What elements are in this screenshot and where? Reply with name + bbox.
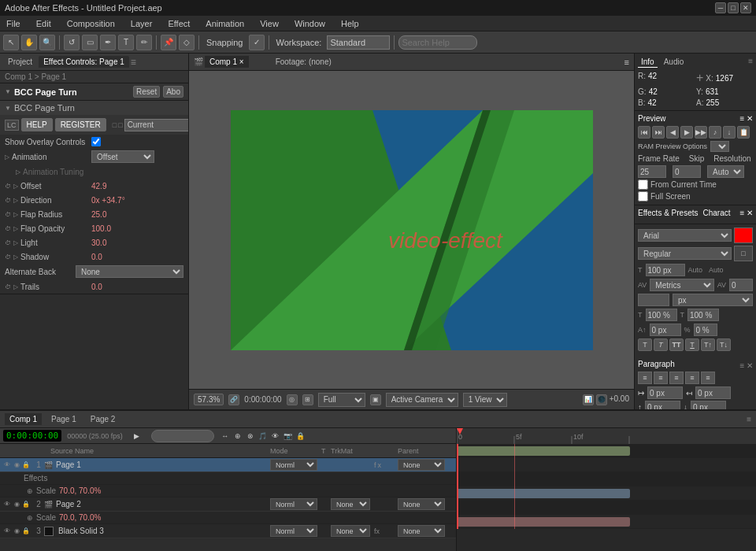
menu-help[interactable]: Help bbox=[338, 17, 362, 30]
layer-1-parent-select[interactable]: None bbox=[398, 459, 445, 471]
flap-opacity-stopwatch[interactable]: ⏱ bbox=[5, 225, 11, 232]
from-current-checkbox[interactable] bbox=[638, 179, 648, 190]
eye-icon-3[interactable]: 👁 bbox=[3, 527, 11, 535]
tab-effect-controls[interactable]: Effect Controls: Page 1 bbox=[39, 56, 129, 68]
tracking-input[interactable] bbox=[729, 279, 753, 291]
flap-opacity-value[interactable]: 100.0 bbox=[91, 224, 183, 233]
exposure-btn[interactable]: 🌑 bbox=[596, 394, 607, 405]
register-button[interactable]: REGISTER bbox=[55, 118, 106, 131]
hand-tool[interactable]: ✋ bbox=[21, 35, 37, 50]
lock-icon-1[interactable]: 🔒 bbox=[22, 461, 30, 469]
comp-panel-menu[interactable]: ≡ bbox=[624, 57, 629, 67]
tab-audio[interactable]: Audio bbox=[661, 57, 687, 68]
direction-value[interactable]: 0x +34.7° bbox=[91, 196, 183, 205]
charact-tab[interactable]: Charact bbox=[703, 209, 731, 217]
align-center-btn[interactable]: ≡ bbox=[654, 372, 668, 384]
light-expand[interactable]: ▷ bbox=[13, 239, 18, 246]
animation-expand[interactable]: ▷ bbox=[5, 153, 9, 161]
color-swatch[interactable] bbox=[734, 227, 753, 243]
space-after-input[interactable] bbox=[691, 401, 726, 409]
motion-blur-btn[interactable]: ◎ bbox=[287, 394, 298, 405]
tl-tab-page1[interactable]: Page 1 bbox=[46, 413, 81, 425]
stroke-swatch[interactable]: □ bbox=[734, 246, 753, 261]
zoom-tool[interactable]: 🔍 bbox=[39, 35, 55, 50]
indent-left-input[interactable] bbox=[647, 386, 683, 399]
trails-stopwatch[interactable]: ⏱ bbox=[5, 283, 11, 290]
menu-animation[interactable]: Animation bbox=[202, 17, 247, 30]
effects-menu[interactable]: ≡ ✕ bbox=[739, 209, 753, 217]
tl-mode-btn-6[interactable]: 📷 bbox=[283, 431, 294, 442]
abo-button[interactable]: Abo bbox=[163, 86, 183, 98]
light-stopwatch[interactable]: ⏱ bbox=[5, 239, 11, 246]
direction-expand[interactable]: ▷ bbox=[13, 197, 18, 204]
tl-mode-btn-3[interactable]: ⊗ bbox=[245, 431, 256, 442]
type-btn-3[interactable]: TT bbox=[669, 338, 684, 351]
menu-effect[interactable]: Effect bbox=[165, 17, 193, 30]
animation-select[interactable]: Offset bbox=[91, 150, 154, 163]
current-time-display[interactable]: 0:00:00:00 bbox=[3, 430, 61, 442]
tl-tab-comp1[interactable]: Comp 1 bbox=[5, 413, 42, 425]
left-panel-menu-icon[interactable]: ≡ bbox=[131, 57, 136, 68]
pen-tool[interactable]: ✒ bbox=[100, 35, 116, 50]
preview-first-frame[interactable]: ⏮ bbox=[638, 126, 650, 139]
preview-prev-frame[interactable]: ⏭ bbox=[652, 126, 665, 139]
flap-radius-stopwatch[interactable]: ⏱ bbox=[5, 211, 11, 218]
snapping-toggle[interactable]: ✓ bbox=[249, 35, 265, 50]
help-button[interactable]: HELP bbox=[21, 118, 53, 131]
composition-canvas[interactable]: video-effect bbox=[189, 71, 634, 389]
justify-all-btn[interactable]: ≡ bbox=[701, 372, 715, 384]
shadow-stopwatch[interactable]: ⏱ bbox=[5, 253, 11, 261]
indent-right-input[interactable] bbox=[695, 386, 731, 399]
paragraph-menu[interactable]: ≡ ✕ bbox=[739, 361, 753, 370]
tl-mode-btn-7[interactable]: 🔒 bbox=[295, 431, 306, 442]
flap-radius-expand[interactable]: ▷ bbox=[13, 211, 18, 218]
skip-input[interactable] bbox=[673, 165, 701, 178]
direction-stopwatch[interactable]: ⏱ bbox=[5, 197, 11, 204]
rotate-tool[interactable]: ↺ bbox=[64, 35, 80, 50]
preview-menu[interactable]: ≡ ✕ bbox=[739, 114, 753, 123]
layer-2-mode-select[interactable]: Norml bbox=[270, 498, 317, 510]
menu-composition[interactable]: Composition bbox=[64, 17, 118, 30]
px-input-1[interactable] bbox=[638, 294, 669, 306]
layer-2-trkmat-select[interactable]: None bbox=[331, 498, 370, 510]
full-screen-checkbox[interactable] bbox=[638, 191, 648, 202]
type-btn-5[interactable]: T↑ bbox=[701, 338, 715, 351]
tab-project[interactable]: Project bbox=[3, 56, 37, 68]
roi-btn[interactable]: ▣ bbox=[370, 394, 381, 405]
layer-3-trkmat-select[interactable]: None bbox=[331, 525, 370, 537]
tl-mode-btn-4[interactable]: 🎵 bbox=[258, 431, 269, 442]
tl-mode-btn-1[interactable]: ↔ bbox=[220, 431, 231, 442]
tl-play-btn[interactable]: ▶ bbox=[132, 431, 143, 442]
eye-icon-2[interactable]: 👁 bbox=[3, 501, 11, 508]
search-help-input[interactable] bbox=[398, 35, 477, 50]
layer-row-1[interactable]: 👁 ◉ 🔒 1 🎬 Page 1 Norml f bbox=[0, 458, 456, 472]
kerning-select[interactable]: Metrics bbox=[650, 279, 713, 291]
layer-row-2[interactable]: 👁 ◉ 🔒 2 🎬 Page 2 Norml None bbox=[0, 497, 456, 512]
info-panel-menu[interactable]: ≡ bbox=[748, 57, 753, 68]
v-scale-input[interactable] bbox=[687, 309, 719, 321]
font-size-input[interactable] bbox=[646, 264, 685, 276]
h-scale-input[interactable] bbox=[646, 309, 677, 321]
style-select[interactable]: Regular bbox=[638, 247, 732, 260]
text-tool[interactable]: T bbox=[118, 35, 134, 50]
preview-loop[interactable]: ↓ bbox=[723, 126, 736, 139]
shape-tool[interactable]: ◇ bbox=[179, 35, 195, 50]
eye-icon-1[interactable]: 👁 bbox=[3, 461, 11, 469]
trails-value[interactable]: 0.0 bbox=[91, 283, 183, 291]
layer-2-parent-select[interactable]: None bbox=[398, 498, 445, 510]
ram-preview-select[interactable] bbox=[710, 141, 729, 152]
solo-icon-2[interactable]: ◉ bbox=[13, 501, 20, 508]
layer-search-input[interactable] bbox=[151, 430, 214, 442]
frame-rate-input[interactable] bbox=[638, 165, 666, 178]
type-btn-4[interactable]: T bbox=[685, 338, 699, 351]
solo-icon-1[interactable]: ◉ bbox=[13, 461, 20, 469]
selection-tool[interactable]: ↖ bbox=[3, 35, 19, 50]
layer-1-mode-select[interactable]: Norml bbox=[270, 459, 317, 471]
preview-play-forward[interactable]: ▶▶ bbox=[695, 126, 707, 139]
layer-3-mode-select[interactable]: Norml bbox=[270, 525, 317, 537]
shadow-expand[interactable]: ▷ bbox=[13, 253, 18, 261]
shadow-value[interactable]: 0.0 bbox=[91, 253, 183, 261]
view-select[interactable]: 1 View bbox=[463, 393, 507, 407]
offset-stopwatch[interactable]: ⏱ bbox=[5, 183, 11, 190]
offset-expand[interactable]: ▷ bbox=[13, 183, 18, 190]
